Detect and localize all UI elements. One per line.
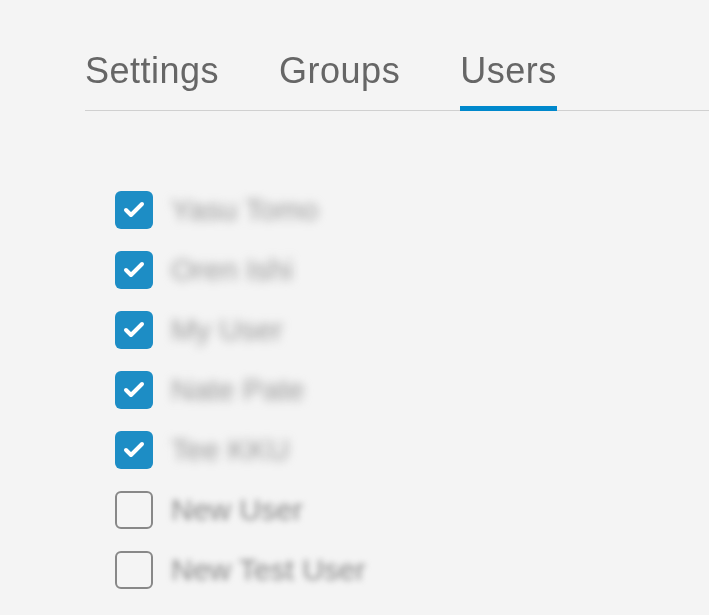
checkbox[interactable] [115,431,153,469]
list-item: Nate Pate [115,371,709,409]
check-icon [122,318,146,342]
tab-bar: Settings Groups Users [85,50,709,111]
tab-settings[interactable]: Settings [85,50,219,110]
check-icon [122,378,146,402]
check-icon [122,198,146,222]
user-name: Nate Pate [171,373,304,407]
user-name: My User [171,313,283,347]
list-item: New Test User [115,551,709,589]
checkbox[interactable] [115,311,153,349]
check-icon [122,258,146,282]
list-item: My User [115,311,709,349]
checkbox[interactable] [115,371,153,409]
list-item: New User [115,491,709,529]
check-icon [122,438,146,462]
tab-groups[interactable]: Groups [279,50,400,110]
user-name: Tee KKU [171,433,289,467]
checkbox[interactable] [115,251,153,289]
checkbox[interactable] [115,551,153,589]
checkbox[interactable] [115,191,153,229]
user-name: Oren Ishi [171,253,293,287]
checkbox[interactable] [115,491,153,529]
user-name: Yasu Tomo [171,193,318,227]
user-list: Yasu Tomo Oren Ishi My User Nate Pate Te… [115,191,709,589]
user-name: New User [171,493,303,527]
list-item: Tee KKU [115,431,709,469]
list-item: Yasu Tomo [115,191,709,229]
user-name: New Test User [171,553,366,587]
list-item: Oren Ishi [115,251,709,289]
tab-users[interactable]: Users [460,50,557,110]
